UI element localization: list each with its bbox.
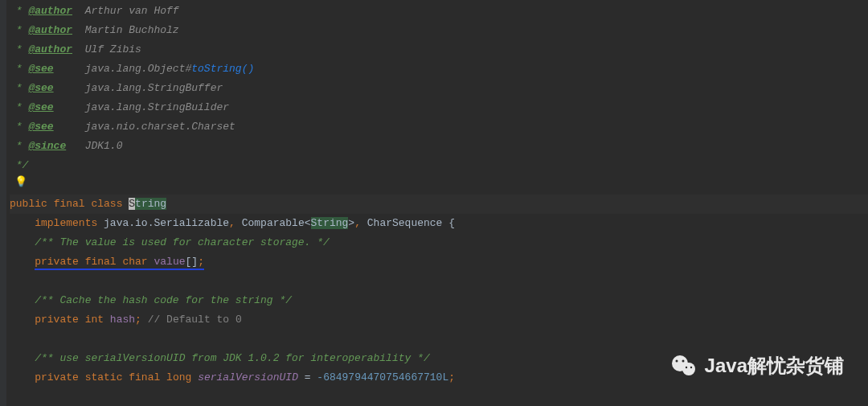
doc-line: * @see java.lang.StringBuffer bbox=[10, 79, 868, 98]
field-value-line: private final char value[]; bbox=[10, 252, 868, 272]
implements-line: implements java.io.Serializable, Compara… bbox=[10, 214, 868, 233]
svg-point-2 bbox=[675, 360, 678, 363]
intention-bulb-icon[interactable]: 💡 bbox=[14, 175, 27, 188]
doc-line: * @since JDK1.0 bbox=[10, 137, 868, 156]
svg-point-4 bbox=[685, 367, 686, 368]
blank-line bbox=[10, 272, 868, 291]
doc-line: * @see java.lang.StringBuilder bbox=[10, 98, 868, 117]
field-hash-line: private int hash; // Default to 0 bbox=[10, 310, 868, 330]
watermark-text: Java解忧杂货铺 bbox=[705, 353, 844, 379]
cursor: S bbox=[129, 198, 135, 210]
doc-line: * @author Martin Buchholz bbox=[10, 21, 868, 40]
class-decl-line: public final class String bbox=[10, 195, 868, 214]
doc-line: * @see java.lang.Object#toString() bbox=[10, 59, 868, 79]
blank-line bbox=[10, 175, 868, 195]
doc-line: * @author Arthur van Hoff bbox=[10, 2, 868, 21]
blue-underline: private final char value[]; bbox=[35, 256, 204, 270]
gutter bbox=[0, 0, 6, 406]
watermark: Java解忧杂货铺 bbox=[669, 351, 844, 380]
comment-line: /** Cache the hash code for the string *… bbox=[10, 291, 868, 310]
svg-point-1 bbox=[682, 363, 695, 375]
svg-point-5 bbox=[690, 367, 691, 368]
doc-line: * @author Ulf Zibis bbox=[10, 40, 868, 59]
doc-end-line: */ bbox=[10, 156, 868, 175]
wechat-icon bbox=[669, 351, 698, 380]
code-editor[interactable]: * @author Arthur van Hoff * @author Mart… bbox=[0, 0, 868, 388]
svg-point-3 bbox=[682, 360, 684, 363]
doc-line: * @see java.nio.charset.Charset bbox=[10, 117, 868, 137]
comment-line: /** The value is used for character stor… bbox=[10, 233, 868, 252]
blank-line bbox=[10, 330, 868, 349]
